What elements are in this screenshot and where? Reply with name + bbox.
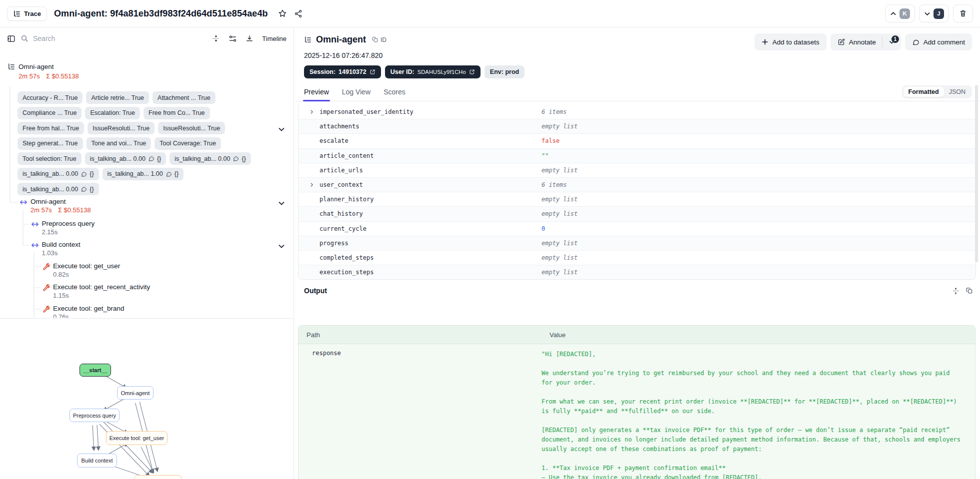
output-col-value: Value [542, 331, 975, 339]
annotate-button-group: Annotate 1 [830, 33, 901, 50]
json-table-row[interactable]: execution_stepsempty list [298, 265, 976, 279]
json-value: empty list [542, 210, 976, 217]
format-formatted-option[interactable]: Formatted [904, 87, 944, 97]
graph-view-icon[interactable] [228, 34, 237, 43]
session-badge[interactable]: Session: 14910372 [304, 65, 381, 78]
span-name: Execute tool: get_brand [53, 305, 124, 312]
score-badge[interactable]: is_talking_ab... 1.00{} [102, 168, 184, 180]
score-badge[interactable]: Tool Coverage: True [154, 137, 221, 150]
collapse-root-chevron-icon[interactable] [278, 125, 286, 133]
json-value: 6 items [542, 108, 976, 115]
json-key: current_cycle [298, 225, 542, 232]
hotkey-j-badge: J [934, 8, 944, 19]
root-cost: Σ $0.55138 [46, 72, 79, 80]
collapse-all-icon[interactable] [212, 34, 220, 42]
tool-span-icon [42, 284, 50, 291]
json-table-row[interactable]: article_urlsempty list [298, 163, 976, 177]
json-table-row[interactable]: completed_stepsempty list [298, 250, 976, 265]
json-table-row[interactable]: impersonated_user_identity6 items [298, 104, 976, 119]
json-table-row[interactable]: user_context6 items [298, 177, 976, 192]
span-duration: 0.82s [53, 271, 120, 278]
json-key: execution_steps [298, 269, 542, 276]
search-icon [20, 34, 28, 42]
tab-scores[interactable]: Scores [384, 88, 406, 101]
span-name: Build context [42, 241, 80, 248]
trash-icon [959, 9, 967, 17]
json-table-row[interactable]: chat_historyempty list [298, 206, 976, 221]
collapse-span-chevron-icon[interactable] [278, 242, 286, 250]
comment-icon [80, 171, 87, 177]
score-badge[interactable]: Tone and voi... True [86, 137, 152, 150]
json-table-row[interactable]: attachmentsempty list [298, 119, 976, 133]
copy-output-icon[interactable] [966, 287, 973, 294]
score-badge[interactable]: Attachment ... True [152, 91, 216, 104]
score-badge[interactable]: is_talking_ab... 0.00{} [85, 152, 166, 165]
trace-detail-panel: Omni-agent ID Add to datasets Annotate 1 [294, 27, 980, 479]
json-key: completed_steps [298, 254, 542, 261]
tab-preview[interactable]: Preview [304, 88, 329, 101]
trace-type-badge: Trace [7, 6, 47, 21]
expand-row-chevron-icon[interactable] [309, 109, 314, 114]
span-duration: 2m 57sΣ $0.55138 [30, 206, 91, 214]
score-badge[interactable]: is_talking_ab... 0.00{} [18, 183, 99, 195]
collapse-span-chevron-icon[interactable] [278, 199, 286, 207]
format-json-option[interactable]: JSON [944, 87, 970, 97]
span-duration: 2.15s [42, 228, 95, 236]
score-badge[interactable]: Compliance ... True [18, 107, 82, 119]
score-badge[interactable]: is_talking_ab... 0.00{} [170, 152, 251, 165]
graph-node[interactable]: __start__ [80, 364, 111, 377]
score-badge[interactable]: is_talking_ab... 0.00{} [18, 168, 99, 180]
score-badge[interactable]: Free from hal... True [18, 122, 84, 134]
expand-output-icon[interactable] [952, 287, 960, 295]
output-col-path: Path [298, 331, 542, 339]
graph-node[interactable]: Build context [77, 454, 117, 468]
search-input[interactable] [33, 34, 153, 42]
score-badge[interactable]: Accuracy - R... True [18, 91, 82, 104]
json-value: empty list [542, 254, 976, 261]
vertical-scrollbar-thumb[interactable] [975, 85, 978, 262]
json-table-row[interactable]: planner_historyempty list [298, 192, 976, 206]
score-badge[interactable]: Article retrie... True [86, 91, 149, 104]
agent-graph-panel: __start__Omni-agentPreprocess queryExecu… [0, 318, 293, 479]
add-to-datasets-button[interactable]: Add to datasets [754, 33, 826, 50]
score-badge[interactable]: IssueResoluti... True [158, 122, 225, 134]
external-link-icon [469, 69, 475, 75]
tree-root-span[interactable]: Omni-agent [8, 63, 54, 70]
score-badge[interactable]: Tool selection: True [18, 152, 82, 165]
graph-node[interactable] [134, 475, 182, 479]
timeline-toggle[interactable]: Timeline [262, 35, 286, 42]
copy-id-button[interactable]: ID [372, 36, 386, 43]
score-badge[interactable]: IssueResoluti... True [88, 122, 154, 134]
json-table-row[interactable]: article_content"" [298, 148, 976, 163]
json-table-row[interactable]: progressempty list [298, 236, 976, 250]
next-trace-button[interactable]: J [919, 4, 949, 22]
user-id-badge[interactable]: User ID: SDAHUSLy9f1CHo [385, 65, 480, 78]
graph-node[interactable]: Preprocess query [70, 409, 120, 422]
output-response-row[interactable]: response "Hi [REDACTED], We understand y… [298, 344, 975, 479]
json-table-row[interactable]: current_cycle0 [298, 221, 976, 236]
bookmark-star-icon[interactable] [278, 9, 287, 18]
expand-row-chevron-icon[interactable] [309, 182, 314, 188]
annotate-button[interactable]: Annotate [830, 33, 882, 50]
graph-node[interactable]: Execute tool: get_user [106, 431, 168, 445]
prev-trace-button[interactable]: K [885, 4, 915, 22]
collapse-panel-icon[interactable] [7, 34, 16, 43]
json-value: 0 [542, 225, 976, 232]
delete-trace-button[interactable] [953, 4, 973, 22]
chevron-down-icon [924, 10, 930, 17]
search-box[interactable] [20, 34, 170, 42]
json-table-row[interactable]: escalatefalse [298, 133, 976, 148]
tab-log-view[interactable]: Log View [342, 88, 370, 101]
download-icon[interactable] [246, 34, 254, 42]
graph-node[interactable]: Omni-agent [117, 386, 154, 400]
share-icon[interactable] [294, 9, 302, 18]
score-badge[interactable]: Step generat... True [18, 137, 83, 150]
json-key: article_urls [298, 167, 542, 174]
annotate-dropdown-button[interactable]: 1 [882, 33, 901, 50]
score-badges: Accuracy - R... TrueArticle retrie... Tr… [18, 91, 282, 195]
trace-timestamp: 2025-12-16 07:26:47.820 [304, 51, 972, 59]
json-key: user_context [298, 181, 542, 188]
add-comment-button[interactable]: Add comment [905, 33, 972, 50]
score-badge[interactable]: Free from Co... True [144, 107, 210, 119]
score-badge[interactable]: Escalation: True [85, 107, 140, 119]
